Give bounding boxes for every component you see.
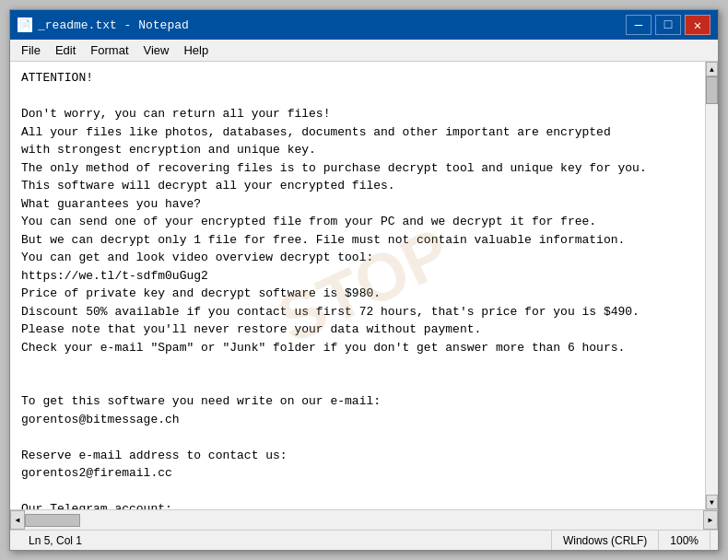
scroll-right-button[interactable]: ▶ [703, 510, 718, 530]
scroll-track-horizontal[interactable] [25, 510, 703, 530]
status-bar: Ln 5, Col 1 Windows (CRLF) 100% [10, 530, 718, 550]
notepad-window: 📄 _readme.txt - Notepad — □ ✕ File Edit … [9, 9, 719, 551]
menu-help[interactable]: Help [176, 41, 216, 59]
menu-view[interactable]: View [136, 41, 177, 59]
status-line-col: Ln 5, Col 1 [18, 531, 552, 550]
scroll-thumb-vertical[interactable] [706, 76, 718, 104]
text-editor[interactable]: ATTENTION! Don't worry, you can return a… [10, 62, 705, 509]
horizontal-scrollbar[interactable]: ◀ ▶ [10, 510, 718, 530]
maximize-button[interactable]: □ [655, 15, 681, 35]
scroll-thumb-horizontal[interactable] [25, 514, 80, 527]
title-bar-left: 📄 _readme.txt - Notepad [18, 18, 189, 32]
title-bar: 📄 _readme.txt - Notepad — □ ✕ [10, 10, 718, 40]
close-button[interactable]: ✕ [685, 15, 710, 35]
vertical-scrollbar[interactable]: ▲ ▼ [705, 62, 718, 509]
menu-bar: File Edit Format View Help [10, 40, 718, 62]
menu-edit[interactable]: Edit [48, 41, 83, 59]
minimize-button[interactable]: — [626, 15, 652, 35]
editor-area: ATTENTION! Don't worry, you can return a… [10, 62, 718, 509]
app-icon: 📄 [18, 18, 32, 32]
scroll-down-button[interactable]: ▼ [706, 495, 718, 509]
menu-file[interactable]: File [14, 41, 48, 59]
bottom-bar: ◀ ▶ [10, 509, 718, 530]
status-encoding: Windows (CRLF) [552, 531, 659, 550]
scroll-up-button[interactable]: ▲ [706, 62, 718, 76]
window-title: _readme.txt - Notepad [38, 18, 189, 32]
menu-format[interactable]: Format [83, 41, 135, 59]
title-bar-controls: — □ ✕ [626, 15, 710, 35]
status-zoom: 100% [659, 531, 710, 550]
scroll-track-vertical[interactable] [706, 76, 718, 495]
scroll-left-button[interactable]: ◀ [10, 510, 25, 530]
